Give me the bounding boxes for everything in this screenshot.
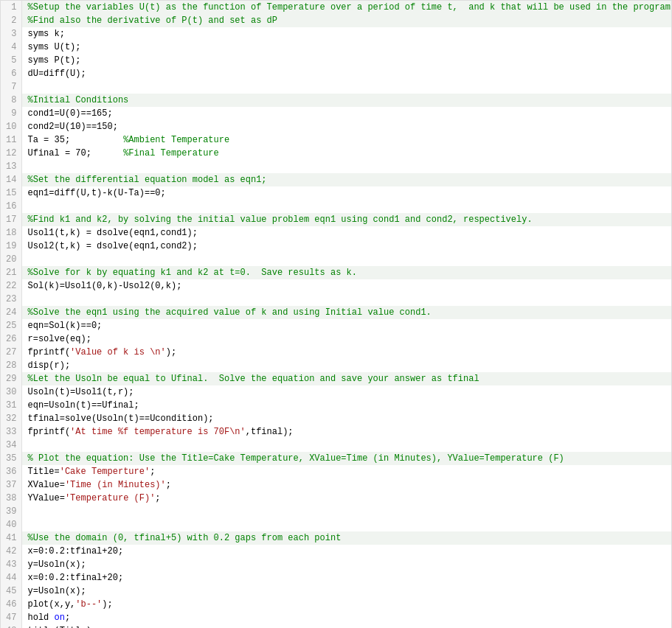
table-row: 13: [1, 160, 672, 173]
line-content: Usol2(t,k) = dsolve(eqn1,cond2);: [21, 240, 672, 253]
line-number: 27: [1, 346, 21, 359]
line-number: 16: [1, 200, 21, 213]
line-number: 21: [1, 266, 21, 279]
line-number: 20: [1, 253, 21, 266]
line-number: 14: [1, 173, 21, 186]
table-row: 26r=solve(eq);: [1, 332, 672, 346]
line-content: [21, 253, 672, 266]
table-row: 2%Find also the derivative of P(t) and s…: [1, 14, 672, 27]
line-number: 13: [1, 160, 21, 173]
table-row: 37XValue='Time (in Minutes)';: [1, 478, 672, 492]
line-content: %Solve for k by equating k1 and k2 at t=…: [21, 266, 672, 279]
table-row: 36Title='Cake Temperture';: [1, 465, 672, 478]
line-number: 17: [1, 213, 21, 226]
line-content: % Plot the equation: Use the Title=Cake …: [21, 452, 672, 465]
line-content: %Find k1 and k2, by solving the initial …: [21, 213, 672, 226]
line-content: Usol1(t,k) = dsolve(eqn1,cond1);: [21, 226, 672, 240]
line-number: 1: [1, 1, 21, 14]
line-number: 4: [1, 41, 21, 54]
line-content: y=Usoln(x);: [21, 558, 672, 571]
line-content: Usoln(t)=Usol1(t,r);: [21, 385, 672, 399]
line-number: 42: [1, 545, 21, 558]
line-content: [21, 160, 672, 173]
table-row: 5syms P(t);: [1, 54, 672, 67]
line-number: 45: [1, 585, 21, 598]
table-row: 1%Setup the variables U(t) as the functi…: [1, 1, 672, 14]
table-row: 47hold on;: [1, 611, 672, 624]
table-row: 31eqn=Usoln(t)==Ufinal;: [1, 399, 672, 412]
table-row: 33fprintf('At time %f temperature is 70F…: [1, 425, 672, 439]
line-number: 8: [1, 94, 21, 107]
line-number: 5: [1, 54, 21, 67]
line-number: 37: [1, 478, 21, 492]
table-row: 45y=Usoln(x);: [1, 585, 672, 598]
table-row: 9cond1=U(0)==165;: [1, 107, 672, 120]
table-row: 46plot(x,y,'b--');: [1, 598, 672, 611]
line-number: 44: [1, 571, 21, 585]
line-number: 19: [1, 240, 21, 253]
table-row: 28disp(r);: [1, 359, 672, 372]
line-content: disp(r);: [21, 359, 672, 372]
line-number: 30: [1, 385, 21, 399]
line-content: fprintf('At time %f temperature is 70F\n…: [21, 425, 672, 439]
line-content: plot(x,y,'b--');: [21, 598, 672, 611]
line-content: %Solve the eqn1 using the acquired value…: [21, 306, 672, 319]
line-number: 26: [1, 332, 21, 346]
line-number: 40: [1, 518, 21, 531]
line-content: YValue='Temperature (F)';: [21, 492, 672, 505]
code-editor[interactable]: 1%Setup the variables U(t) as the functi…: [0, 0, 672, 628]
table-row: 27fprintf('Value of k is \n');: [1, 346, 672, 359]
table-row: 39: [1, 505, 672, 518]
line-content: %Set the differential equation model as …: [21, 173, 672, 186]
table-row: 17%Find k1 and k2, by solving the initia…: [1, 213, 672, 226]
line-content: eqn1=diff(U,t)-k(U-Ta)==0;: [21, 186, 672, 200]
line-content: %Setup the variables U(t) as the functio…: [21, 1, 672, 14]
line-number: 32: [1, 412, 21, 425]
line-number: 24: [1, 306, 21, 319]
line-number: 35: [1, 452, 21, 465]
line-content: dU=diff(U);: [21, 67, 672, 80]
line-content: cond2=U(10)==150;: [21, 120, 672, 133]
table-row: 25eqn=Sol(k)==0;: [1, 319, 672, 332]
line-number: 39: [1, 505, 21, 518]
table-row: 6dU=diff(U);: [1, 67, 672, 80]
table-row: 16: [1, 200, 672, 213]
line-number: 25: [1, 319, 21, 332]
table-row: 38YValue='Temperature (F)';: [1, 492, 672, 505]
line-content: %Use the domain (0, tfinal+5) with 0.2 g…: [21, 531, 672, 545]
line-content: Ta = 35; %Ambient Temperature: [21, 133, 672, 147]
table-row: 7: [1, 80, 672, 94]
line-content: cond1=U(0)==165;: [21, 107, 672, 120]
table-row: 14%Set the differential equation model a…: [1, 173, 672, 186]
line-number: 15: [1, 186, 21, 200]
line-content: [21, 439, 672, 452]
line-number: 6: [1, 67, 21, 80]
table-row: 20: [1, 253, 672, 266]
table-row: 34: [1, 439, 672, 452]
line-content: %Initial Conditions: [21, 94, 672, 107]
line-content: [21, 505, 672, 518]
line-content: eqn=Sol(k)==0;: [21, 319, 672, 332]
table-row: 22Sol(k)=Usol1(0,k)-Usol2(0,k);: [1, 279, 672, 293]
table-row: 21%Solve for k by equating k1 and k2 at …: [1, 266, 672, 279]
table-row: 43y=Usoln(x);: [1, 558, 672, 571]
table-row: 32tfinal=solve(Usoln(t)==Ucondition);: [1, 412, 672, 425]
table-row: 15eqn1=diff(U,t)-k(U-Ta)==0;: [1, 186, 672, 200]
line-number: 38: [1, 492, 21, 505]
line-content: hold on;: [21, 611, 672, 624]
line-number: 34: [1, 439, 21, 452]
line-content: %Find also the derivative of P(t) and se…: [21, 14, 672, 27]
line-number: 9: [1, 107, 21, 120]
line-content: r=solve(eq);: [21, 332, 672, 346]
line-content: %Let the Usoln be equal to Ufinal. Solve…: [21, 372, 672, 385]
line-content: fprintf('Value of k is \n');: [21, 346, 672, 359]
line-number: 41: [1, 531, 21, 545]
line-content: syms k;: [21, 27, 672, 41]
line-number: 18: [1, 226, 21, 240]
line-number: 43: [1, 558, 21, 571]
table-row: 18Usol1(t,k) = dsolve(eqn1,cond1);: [1, 226, 672, 240]
code-lines: 1%Setup the variables U(t) as the functi…: [1, 1, 672, 628]
table-row: 23: [1, 293, 672, 306]
table-row: 10cond2=U(10)==150;: [1, 120, 672, 133]
table-row: 4syms U(t);: [1, 41, 672, 54]
